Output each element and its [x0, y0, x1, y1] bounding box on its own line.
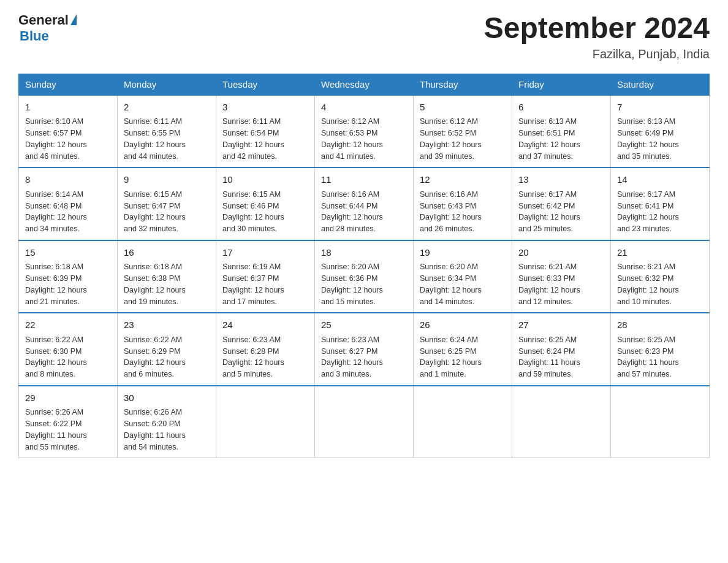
page-header: General Blue September 2024 Fazilka, Pun…	[18, 12, 710, 61]
day-number: 24	[222, 318, 308, 332]
logo: General Blue	[18, 12, 77, 44]
day-number: 2	[124, 101, 210, 115]
sunrise-text: Sunrise: 6:20 AM	[420, 262, 478, 271]
day-number: 27	[518, 318, 604, 332]
daylight-text-1: Daylight: 12 hours	[124, 213, 186, 221]
day-number: 20	[518, 246, 604, 260]
daylight-text-1: Daylight: 12 hours	[321, 140, 383, 149]
sunset-text: Sunset: 6:53 PM	[321, 129, 377, 137]
daylight-text-2: and 15 minutes.	[321, 297, 376, 306]
week-row-3: 15 Sunrise: 6:18 AM Sunset: 6:39 PM Dayl…	[19, 240, 710, 313]
sunset-text: Sunset: 6:43 PM	[420, 202, 476, 210]
daylight-text-1: Daylight: 12 hours	[518, 286, 580, 294]
sunset-text: Sunset: 6:41 PM	[617, 202, 673, 210]
day-number: 25	[321, 318, 407, 332]
day-cell-12: 12 Sunrise: 6:16 AM Sunset: 6:43 PM Dayl…	[414, 167, 512, 240]
daylight-text-2: and 37 minutes.	[518, 152, 573, 161]
sunrise-text: Sunrise: 6:21 AM	[518, 262, 577, 271]
sunset-text: Sunset: 6:42 PM	[518, 202, 575, 210]
day-number: 16	[124, 246, 210, 260]
calendar-table: SundayMondayTuesdayWednesdayThursdayFrid…	[18, 74, 710, 459]
daylight-text-1: Daylight: 12 hours	[222, 213, 284, 221]
daylight-text-2: and 32 minutes.	[124, 224, 178, 233]
day-cell-20: 20 Sunrise: 6:21 AM Sunset: 6:33 PM Dayl…	[512, 240, 611, 313]
logo-general-text: General	[18, 12, 69, 28]
empty-cell	[216, 386, 315, 458]
title-section: September 2024 Fazilka, Punjab, India	[484, 12, 710, 61]
sunrise-text: Sunrise: 6:11 AM	[124, 117, 182, 126]
day-number: 21	[617, 246, 703, 260]
day-number: 4	[321, 101, 407, 115]
daylight-text-2: and 41 minutes.	[321, 152, 376, 161]
sunrise-text: Sunrise: 6:16 AM	[321, 190, 379, 199]
sunset-text: Sunset: 6:27 PM	[321, 347, 377, 356]
sunrise-text: Sunrise: 6:13 AM	[617, 117, 675, 126]
sunrise-text: Sunrise: 6:18 AM	[25, 262, 83, 271]
day-cell-4: 4 Sunrise: 6:12 AM Sunset: 6:53 PM Dayli…	[315, 95, 414, 168]
daylight-text-1: Daylight: 12 hours	[518, 140, 580, 149]
sunset-text: Sunset: 6:48 PM	[25, 202, 82, 210]
day-number: 8	[25, 173, 111, 187]
day-cell-8: 8 Sunrise: 6:14 AM Sunset: 6:48 PM Dayli…	[19, 167, 118, 240]
day-number: 6	[518, 101, 604, 115]
sunset-text: Sunset: 6:20 PM	[124, 419, 180, 428]
daylight-text-1: Daylight: 12 hours	[124, 358, 186, 367]
daylight-text-1: Daylight: 12 hours	[124, 140, 186, 149]
sunrise-text: Sunrise: 6:13 AM	[518, 117, 577, 126]
sunrise-text: Sunrise: 6:17 AM	[617, 190, 675, 199]
sunset-text: Sunset: 6:49 PM	[617, 129, 673, 137]
day-cell-27: 27 Sunrise: 6:25 AM Sunset: 6:24 PM Dayl…	[512, 313, 611, 386]
day-number: 29	[25, 391, 111, 405]
day-cell-28: 28 Sunrise: 6:25 AM Sunset: 6:23 PM Dayl…	[611, 313, 710, 386]
daylight-text-2: and 17 minutes.	[222, 297, 277, 306]
daylight-text-1: Daylight: 12 hours	[321, 213, 383, 221]
daylight-text-1: Daylight: 12 hours	[617, 140, 679, 149]
daylight-text-2: and 59 minutes.	[518, 370, 573, 378]
sunset-text: Sunset: 6:44 PM	[321, 202, 377, 210]
day-number: 13	[518, 173, 604, 187]
logo-triangle-icon	[70, 14, 77, 25]
logo-blue-text: Blue	[20, 28, 49, 44]
day-cell-25: 25 Sunrise: 6:23 AM Sunset: 6:27 PM Dayl…	[315, 313, 414, 386]
weekday-header-tuesday: Tuesday	[216, 74, 315, 95]
day-number: 30	[124, 391, 210, 405]
sunrise-text: Sunrise: 6:12 AM	[420, 117, 478, 126]
day-cell-14: 14 Sunrise: 6:17 AM Sunset: 6:41 PM Dayl…	[611, 167, 710, 240]
sunset-text: Sunset: 6:28 PM	[222, 347, 279, 356]
daylight-text-2: and 42 minutes.	[222, 152, 277, 161]
empty-cell	[611, 386, 710, 458]
sunset-text: Sunset: 6:32 PM	[617, 274, 673, 283]
daylight-text-1: Daylight: 12 hours	[25, 213, 87, 221]
daylight-text-1: Daylight: 12 hours	[321, 286, 383, 294]
daylight-text-1: Daylight: 12 hours	[222, 358, 284, 367]
daylight-text-2: and 10 minutes.	[617, 297, 672, 306]
day-number: 17	[222, 246, 308, 260]
sunset-text: Sunset: 6:22 PM	[25, 419, 82, 428]
daylight-text-1: Daylight: 12 hours	[124, 286, 186, 294]
daylight-text-2: and 34 minutes.	[25, 224, 80, 233]
daylight-text-2: and 6 minutes.	[124, 370, 174, 378]
daylight-text-2: and 54 minutes.	[124, 443, 178, 451]
day-number: 12	[420, 173, 506, 187]
day-cell-2: 2 Sunrise: 6:11 AM Sunset: 6:55 PM Dayli…	[118, 95, 216, 168]
daylight-text-1: Daylight: 11 hours	[518, 358, 580, 367]
weekday-header-thursday: Thursday	[414, 74, 512, 95]
daylight-text-2: and 3 minutes.	[321, 370, 371, 378]
day-cell-18: 18 Sunrise: 6:20 AM Sunset: 6:36 PM Dayl…	[315, 240, 414, 313]
day-cell-1: 1 Sunrise: 6:10 AM Sunset: 6:57 PM Dayli…	[19, 95, 118, 168]
day-number: 26	[420, 318, 506, 332]
sunset-text: Sunset: 6:37 PM	[222, 274, 279, 283]
day-number: 19	[420, 246, 506, 260]
sunrise-text: Sunrise: 6:14 AM	[25, 190, 83, 199]
sunrise-text: Sunrise: 6:12 AM	[321, 117, 379, 126]
sunrise-text: Sunrise: 6:24 AM	[420, 335, 478, 344]
empty-cell	[512, 386, 611, 458]
daylight-text-2: and 39 minutes.	[420, 152, 474, 161]
day-cell-16: 16 Sunrise: 6:18 AM Sunset: 6:38 PM Dayl…	[118, 240, 216, 313]
daylight-text-1: Daylight: 12 hours	[25, 286, 87, 294]
day-cell-10: 10 Sunrise: 6:15 AM Sunset: 6:46 PM Dayl…	[216, 167, 315, 240]
sunset-text: Sunset: 6:54 PM	[222, 129, 279, 137]
day-cell-3: 3 Sunrise: 6:11 AM Sunset: 6:54 PM Dayli…	[216, 95, 315, 168]
sunrise-text: Sunrise: 6:11 AM	[222, 117, 281, 126]
sunset-text: Sunset: 6:55 PM	[124, 129, 180, 137]
